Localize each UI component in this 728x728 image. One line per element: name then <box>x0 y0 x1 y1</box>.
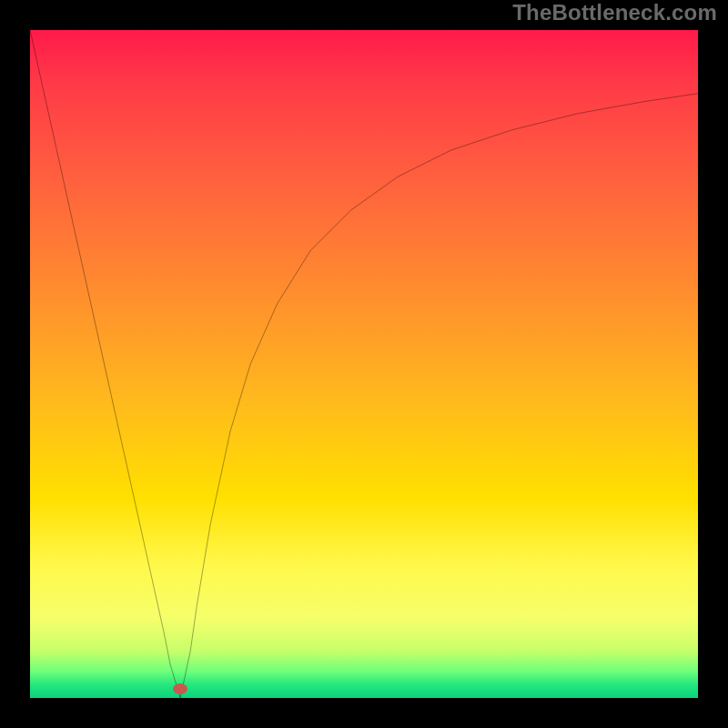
plot-area <box>30 30 698 698</box>
bottleneck-curve <box>30 30 698 698</box>
chart-frame: TheBottleneck.com <box>0 0 728 728</box>
bottleneck-curve-path <box>30 30 698 698</box>
watermark-text: TheBottleneck.com <box>512 0 717 25</box>
min-point-marker <box>173 683 187 694</box>
bottom-border <box>0 698 728 728</box>
